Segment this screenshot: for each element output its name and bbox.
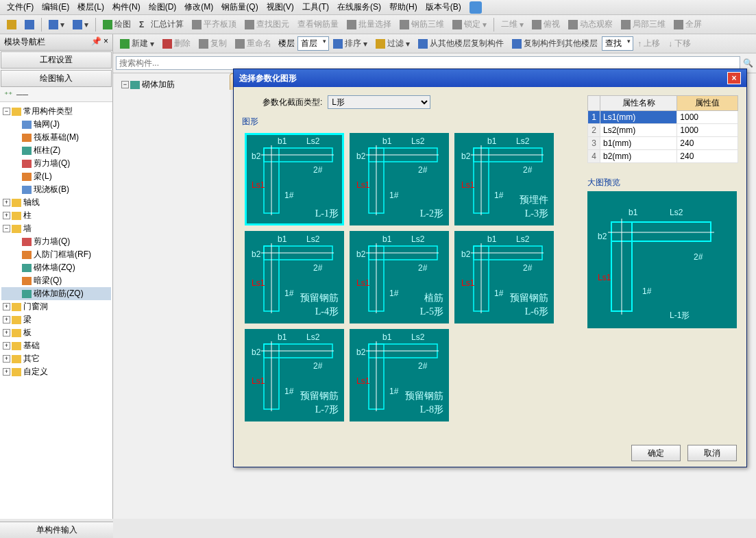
- viewfind-button[interactable]: 查找图元: [241, 17, 293, 32]
- svg-text:Ls2: Ls2: [670, 208, 683, 217]
- menu-floor[interactable]: 楼层(L): [73, 0, 108, 14]
- section-type-select[interactable]: L形: [328, 95, 430, 109]
- tree-category[interactable]: 柱: [23, 210, 32, 221]
- area3d-button[interactable]: 局部三维: [617, 17, 670, 32]
- property-row[interactable]: 3b1(mm)240: [588, 137, 738, 150]
- collapse-tool-icon[interactable]: ──: [16, 90, 28, 99]
- topview-button[interactable]: 俯视: [528, 17, 564, 32]
- menu-rebar[interactable]: 钢筋量(Q): [217, 0, 262, 14]
- menu-help[interactable]: 帮助(H): [385, 0, 422, 14]
- lock-button[interactable]: 锁定▾: [448, 17, 491, 32]
- component-tree[interactable]: −常用构件类型轴网(J)筏板基础(M)框柱(Z)剪力墙(Q)梁(L)现浇板(B)…: [0, 102, 112, 519]
- shape-option[interactable]: b1 Ls2 b2 Ls1 2# 1# 预留钢筋L-8形: [350, 329, 449, 421]
- open-button[interactable]: [3, 19, 21, 31]
- 2d-button[interactable]: 二维▾: [497, 17, 528, 32]
- single-component-tab[interactable]: 单构件输入: [0, 522, 113, 538]
- menu-modify[interactable]: 修改(M): [180, 0, 217, 14]
- flat-icon: [192, 20, 202, 29]
- copy-from-floor-button[interactable]: 从其他楼层复制构件: [414, 36, 508, 51]
- menu-component[interactable]: 构件(N): [108, 0, 145, 14]
- menu-tools[interactable]: 工具(T): [298, 0, 333, 14]
- copy-to-floor-button[interactable]: 复制构件到其他楼层: [508, 36, 602, 51]
- tree-item[interactable]: 剪力墙(Q): [34, 236, 70, 247]
- svg-text:b1: b1: [382, 332, 392, 342]
- tree-item[interactable]: 现浇板(B): [34, 184, 69, 195]
- pin-icon[interactable]: 📌 ×: [91, 36, 108, 48]
- tree-category[interactable]: 其它: [23, 353, 40, 365]
- rebar-qty-button[interactable]: 查看钢筋量: [293, 17, 343, 32]
- expand-tool-icon[interactable]: ⁺⁺: [4, 90, 12, 99]
- property-row[interactable]: 2Ls2(mm)1000: [588, 124, 738, 137]
- ok-button[interactable]: 确定: [631, 445, 681, 461]
- tree-category[interactable]: 门窗洞: [23, 301, 48, 313]
- dialog-titlebar[interactable]: 选择参数化图形 ×: [234, 69, 746, 87]
- svg-text:Ls2: Ls2: [516, 234, 530, 244]
- tree-category[interactable]: 墙: [23, 223, 32, 234]
- floor-select[interactable]: 首层: [297, 36, 329, 51]
- batch-button[interactable]: 批量选择: [343, 17, 395, 32]
- tree-category[interactable]: 自定义: [23, 366, 48, 378]
- component-list[interactable]: −砌体加筋: [113, 73, 230, 96]
- search-go-icon[interactable]: 🔍: [743, 58, 753, 68]
- new-button[interactable]: 新建▾: [116, 36, 158, 51]
- property-row[interactable]: 4b2(mm)240: [588, 150, 738, 163]
- tree-item[interactable]: 轴网(J): [34, 119, 60, 130]
- tree-category[interactable]: 基础: [23, 340, 40, 352]
- cancel-button[interactable]: 取消: [687, 445, 737, 461]
- menu-file[interactable]: 文件(F): [3, 0, 38, 14]
- menu-online[interactable]: 在线服务(S): [333, 0, 385, 14]
- tree-category[interactable]: 轴线: [23, 197, 40, 208]
- search-input[interactable]: [116, 56, 740, 70]
- tree-item[interactable]: 筏板基础(M): [34, 132, 79, 143]
- sum-button[interactable]: Σ 汇总计算: [135, 17, 188, 32]
- shape-option[interactable]: b1 Ls2 b2 Ls1 2# 1# 预留钢筋L-7形: [245, 329, 344, 421]
- menu-view[interactable]: 视图(V): [263, 0, 298, 14]
- disk-icon: [25, 20, 34, 29]
- sort-button[interactable]: 排序▾: [329, 36, 371, 51]
- project-settings-button[interactable]: 工程设置: [1, 51, 112, 69]
- tree-category[interactable]: 梁: [23, 314, 32, 326]
- rename-button[interactable]: 重命名: [231, 36, 276, 51]
- filter-button[interactable]: 过滤▾: [371, 36, 414, 51]
- tree-item[interactable]: 砌体加筋(ZQ): [34, 288, 84, 299]
- tree-item[interactable]: 剪力墙(Q): [34, 158, 70, 169]
- tree-item[interactable]: 砌体墙(ZQ): [34, 262, 75, 273]
- rebar3d-button[interactable]: 钢筋三维: [395, 17, 448, 32]
- movedown-button[interactable]: ↓下移: [664, 36, 695, 51]
- save-button[interactable]: [21, 19, 38, 31]
- shape-option[interactable]: b1 Ls2 b2 Ls1 2# 1# 预留钢筋L-6形: [454, 231, 554, 323]
- toolbar-secondary: 新建▾ 删除 复制 重命名 楼层 首层 排序▾ 过滤▾ 从其他楼层复制构件 复制…: [113, 34, 756, 53]
- tree-root[interactable]: 常用构件类型: [23, 106, 73, 117]
- property-row[interactable]: 1Ls1(mm)1000: [588, 111, 738, 124]
- shape-option[interactable]: b1 Ls2 b2 Ls1 2# 1# L-2形: [350, 133, 449, 225]
- delete-button[interactable]: 删除: [158, 36, 195, 51]
- draw-input-button[interactable]: 绘图输入: [1, 70, 112, 87]
- fullscreen-button[interactable]: 全屏: [670, 17, 706, 32]
- draw-button[interactable]: 绘图: [99, 17, 135, 32]
- tree-item[interactable]: 框柱(Z): [34, 145, 60, 156]
- shape-option[interactable]: b1 Ls2 b2 Ls1 2# 1# 预埋件L-3形: [454, 133, 554, 225]
- tree-item[interactable]: 人防门框墙(RF): [34, 249, 91, 260]
- tree-item[interactable]: 暗梁(Q): [34, 275, 62, 286]
- moveup-button[interactable]: ↑上移: [633, 36, 664, 51]
- shape-option[interactable]: b1 Ls2 b2 Ls1 2# 1# 植筋L-5形: [350, 231, 449, 323]
- menu-edit[interactable]: 编辑(E): [38, 0, 73, 14]
- svg-text:b2: b2: [252, 249, 261, 259]
- undo-button[interactable]: ▾: [45, 19, 69, 31]
- tree-category[interactable]: 板: [23, 327, 32, 339]
- dynamic-button[interactable]: 动态观察: [564, 17, 617, 32]
- close-icon[interactable]: ×: [727, 72, 741, 84]
- svg-text:b1: b1: [278, 136, 287, 146]
- masonry-tie-node[interactable]: 砌体加筋: [142, 79, 175, 90]
- flat-button[interactable]: 平齐板顶: [188, 17, 241, 32]
- menu-draw[interactable]: 绘图(D): [145, 0, 181, 14]
- tree-item[interactable]: 梁(L): [34, 171, 52, 182]
- plus-icon: [120, 39, 130, 49]
- copy-button[interactable]: 复制: [195, 36, 231, 51]
- find-select[interactable]: 查找: [602, 36, 633, 51]
- property-table[interactable]: 属性名称 属性值 1Ls1(mm)10002Ls2(mm)10003b1(mm)…: [587, 95, 738, 163]
- shape-option[interactable]: b1 Ls2 b2 Ls1 2# 1# 预留钢筋L-4形: [245, 231, 344, 323]
- redo-button[interactable]: ▾: [69, 19, 93, 31]
- shape-option[interactable]: b1 Ls2 b2 Ls1 2# 1# L-1形: [245, 133, 344, 225]
- menu-version[interactable]: 版本号(B): [422, 0, 465, 14]
